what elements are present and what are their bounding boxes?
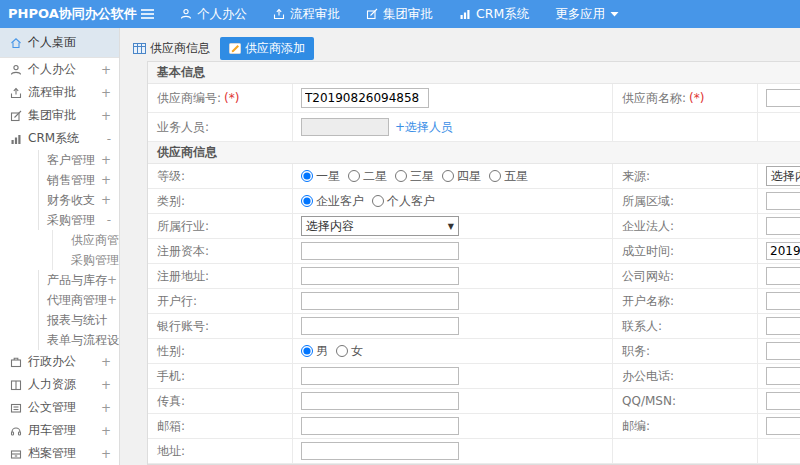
- zip-input[interactable]: [766, 417, 800, 435]
- topnav-more-apps[interactable]: 更多应用: [555, 6, 619, 23]
- level-radio-group: 一星 二星 三星 四星 五星: [293, 164, 613, 188]
- expand-icon[interactable]: +: [101, 153, 111, 167]
- email-input[interactable]: [301, 417, 459, 435]
- expand-icon[interactable]: +: [101, 86, 111, 100]
- expand-icon[interactable]: +: [101, 109, 111, 123]
- expand-icon[interactable]: +: [101, 424, 111, 438]
- topnav-crm-system[interactable]: CRM系统: [459, 6, 529, 23]
- office-phone-input[interactable]: [766, 367, 800, 385]
- radio-gender-male[interactable]: 男: [301, 343, 328, 360]
- radio-level-2star[interactable]: 二星: [348, 168, 387, 185]
- radio-level-5star[interactable]: 五星: [489, 168, 528, 185]
- expand-icon[interactable]: +: [101, 447, 111, 461]
- app-logo: PHPOA协同办公软件: [0, 5, 122, 23]
- supplier-name-input[interactable]: [766, 89, 800, 107]
- sidebar-item-sales-management[interactable]: 销售管理 +: [38, 170, 119, 190]
- field-label: 供应商编号: (*): [148, 84, 293, 112]
- registered-address-input[interactable]: [301, 267, 459, 285]
- topnav-group-approval[interactable]: 集团审批: [366, 6, 433, 23]
- field-label: 注册资本:: [148, 239, 293, 263]
- sidebar-item-crm-system[interactable]: CRM系统 -: [0, 127, 119, 150]
- document-icon: [10, 402, 22, 414]
- form-row: 注册资本: 成立时间:: [148, 239, 800, 264]
- sidebar-item-label: 销售管理: [47, 172, 101, 189]
- expand-icon[interactable]: +: [101, 378, 111, 392]
- fax-input[interactable]: [301, 392, 459, 410]
- sidebar-item-personal-desktop[interactable]: 个人桌面: [0, 28, 119, 58]
- tab-bar: 供应商信息 供应商添加: [120, 28, 800, 61]
- region-input[interactable]: [766, 192, 800, 210]
- qq-msn-input[interactable]: [766, 392, 800, 410]
- table-icon: [133, 43, 146, 54]
- sidebar-item-form-process-settings[interactable]: 表单与流程设置 +: [38, 330, 119, 350]
- radio-enterprise-customer[interactable]: 企业客户: [301, 193, 364, 210]
- radio-personal-customer[interactable]: 个人客户: [372, 193, 435, 210]
- expand-icon[interactable]: +: [107, 273, 117, 287]
- field-label: 性别:: [148, 339, 293, 363]
- sidebar-item-human-resources[interactable]: 人力资源 +: [0, 373, 119, 396]
- topnav-personal-office[interactable]: 个人办公: [180, 6, 247, 23]
- collapse-icon[interactable]: -: [107, 132, 111, 146]
- sidebar-item-group-approval[interactable]: 集团审批 +: [0, 104, 119, 127]
- sidebar-item-reports-statistics[interactable]: 报表与统计: [38, 310, 119, 330]
- form-row: 银行账号: 联系人:: [148, 314, 800, 339]
- established-date-input[interactable]: [766, 242, 800, 260]
- sidebar-item-agent-management[interactable]: 代理商管理 +: [38, 290, 119, 310]
- sidebar-item-archive-management[interactable]: 档案管理 +: [0, 442, 119, 465]
- radio-level-3star[interactable]: 三星: [395, 168, 434, 185]
- topnav-process-approval[interactable]: 流程审批: [273, 6, 340, 23]
- legal-person-input[interactable]: [766, 217, 800, 235]
- topnav-label: 集团审批: [383, 6, 433, 23]
- tab-supplier-info[interactable]: 供应商信息: [133, 40, 210, 57]
- sidebar-item-vehicle-management[interactable]: 用车管理 +: [0, 419, 119, 442]
- address-input[interactable]: [301, 442, 459, 460]
- sidebar-item-process-approval[interactable]: 流程审批 +: [0, 81, 119, 104]
- required-marker: (*): [224, 91, 239, 105]
- edit-icon: [10, 110, 22, 122]
- sidebar-item-administration[interactable]: 行政办公 +: [0, 350, 119, 373]
- topbar: PHPOA协同办公软件 个人办公 流程审批 集团审批 CRM系统 更多应用: [0, 0, 800, 28]
- website-input[interactable]: [766, 267, 800, 285]
- position-input[interactable]: [766, 342, 800, 360]
- sidebar-item-personal-office[interactable]: 个人办公 +: [0, 58, 119, 81]
- supplier-code-input[interactable]: [301, 88, 429, 108]
- source-select[interactable]: 选择内容 ▼: [766, 166, 800, 186]
- radio-gender-female[interactable]: 女: [336, 343, 363, 360]
- bank-input[interactable]: [301, 292, 459, 310]
- sidebar-item-label: 供应商管理: [71, 232, 120, 249]
- expand-icon[interactable]: +: [107, 293, 117, 307]
- book-icon: [10, 379, 22, 391]
- radio-level-1star[interactable]: 一星: [301, 168, 340, 185]
- sidebar-item-purchase-management[interactable]: 采购管理 -: [38, 210, 119, 230]
- empty-cell: [758, 439, 800, 463]
- select-person-link[interactable]: +选择人员: [395, 119, 453, 136]
- business-person-input[interactable]: [301, 118, 389, 136]
- tab-supplier-add[interactable]: 供应商添加: [220, 37, 314, 60]
- expand-icon[interactable]: +: [101, 401, 111, 415]
- form-row: 开户行: 开户名称:: [148, 289, 800, 314]
- sidebar-item-purchasing[interactable]: 采购管理: [52, 250, 119, 270]
- contact-input[interactable]: [766, 317, 800, 335]
- field-label: 传真:: [148, 389, 293, 413]
- sidebar-item-supplier-management[interactable]: 供应商管理: [52, 230, 119, 250]
- industry-select[interactable]: 选择内容 ▼: [301, 216, 459, 236]
- bank-account-input[interactable]: [301, 317, 459, 335]
- mobile-input[interactable]: [301, 367, 459, 385]
- expand-icon[interactable]: +: [101, 355, 111, 369]
- radio-level-4star[interactable]: 四星: [442, 168, 481, 185]
- account-name-input[interactable]: [766, 292, 800, 310]
- field-label: 业务人员:: [148, 113, 293, 141]
- expand-icon[interactable]: +: [101, 193, 111, 207]
- expand-icon[interactable]: +: [101, 173, 111, 187]
- expand-icon[interactable]: +: [101, 63, 111, 77]
- sidebar-item-finance[interactable]: 财务收支 +: [38, 190, 119, 210]
- empty-cell: [758, 113, 800, 141]
- sidebar-item-customer-management[interactable]: 客户管理 +: [38, 150, 119, 170]
- collapse-icon[interactable]: -: [107, 213, 111, 227]
- sidebar-item-document-management[interactable]: 公文管理 +: [0, 396, 119, 419]
- sidebar-item-label: 产品与库存: [47, 272, 107, 289]
- hamburger-menu-icon[interactable]: [140, 8, 170, 20]
- sidebar-item-product-inventory[interactable]: 产品与库存 +: [38, 270, 119, 290]
- sidebar-item-label: 报表与统计: [47, 312, 111, 329]
- registered-capital-input[interactable]: [301, 242, 459, 260]
